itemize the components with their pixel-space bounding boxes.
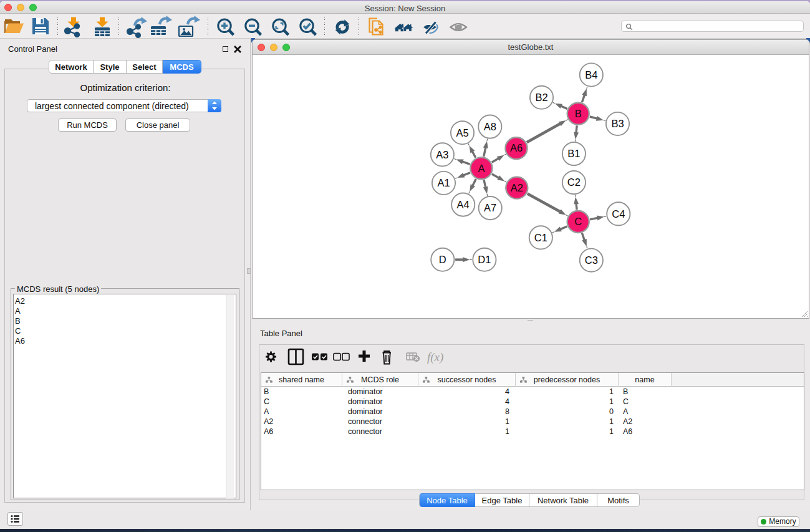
- svg-text:A7: A7: [484, 202, 496, 213]
- svg-text:A2: A2: [511, 182, 523, 193]
- svg-text:C1: C1: [534, 232, 547, 243]
- svg-text:D: D: [439, 254, 446, 265]
- svg-text:A8: A8: [484, 121, 496, 132]
- svg-text:C4: C4: [612, 208, 625, 220]
- svg-text:A3: A3: [436, 149, 448, 160]
- svg-text:B: B: [575, 108, 582, 119]
- svg-text:A: A: [478, 163, 485, 174]
- svg-text:A4: A4: [457, 199, 470, 210]
- svg-text:D1: D1: [478, 254, 491, 265]
- svg-text:B1: B1: [567, 148, 580, 159]
- svg-text:B3: B3: [611, 118, 624, 129]
- svg-text:A1: A1: [437, 177, 450, 188]
- svg-text:A6: A6: [510, 142, 523, 153]
- svg-text:C2: C2: [567, 177, 581, 188]
- svg-text:B4: B4: [585, 69, 597, 80]
- svg-text:f(x): f(x): [427, 351, 443, 364]
- svg-text:C: C: [574, 216, 582, 227]
- svg-text:A5: A5: [456, 127, 468, 138]
- svg-text:C3: C3: [585, 254, 598, 266]
- svg-text:B2: B2: [535, 92, 547, 103]
